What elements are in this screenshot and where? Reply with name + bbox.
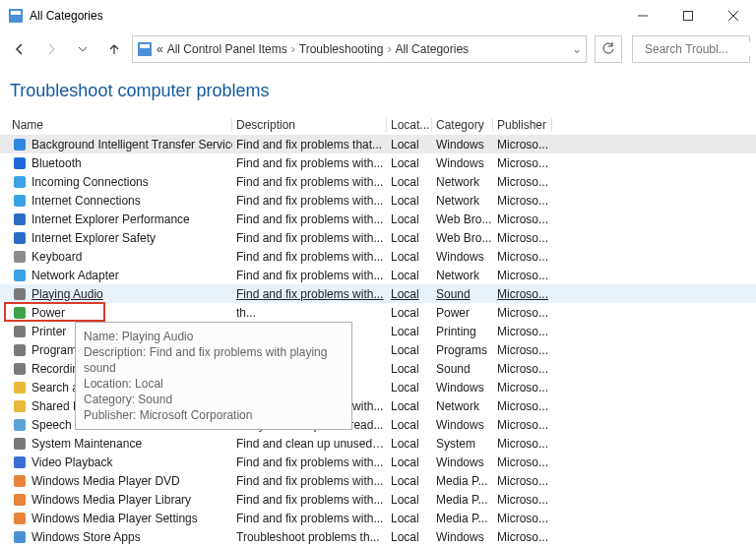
svg-rect-13 — [14, 195, 26, 207]
row-location: Local — [387, 231, 432, 245]
column-category[interactable]: Category — [432, 118, 493, 132]
table-row[interactable]: Background Intelligent Transfer ServiceF… — [0, 135, 756, 153]
row-name: Speech — [32, 418, 72, 432]
svg-rect-20 — [14, 326, 26, 337]
troubleshooter-icon — [12, 417, 28, 433]
row-category: Network — [432, 194, 493, 208]
row-name: Windows Media Player Settings — [32, 512, 198, 525]
table-row[interactable]: Incoming ConnectionsFind and fix problem… — [0, 172, 756, 191]
row-location: Local — [387, 362, 432, 376]
up-button[interactable] — [100, 35, 128, 63]
svg-rect-31 — [14, 531, 26, 543]
troubleshooter-icon — [12, 342, 28, 358]
svg-rect-22 — [14, 363, 26, 375]
table-row[interactable]: Playing AudioFind and fix problems with.… — [0, 284, 756, 303]
row-description: Find and fix problems with... — [232, 455, 387, 469]
row-publisher: Microso... — [493, 418, 552, 432]
column-location[interactable]: Locat... — [387, 118, 432, 132]
row-category: Network — [432, 399, 493, 413]
row-category: Programs — [432, 343, 493, 357]
table-row[interactable]: Network AdapterFind and fix problems wit… — [0, 266, 756, 284]
svg-rect-23 — [14, 382, 26, 394]
close-button[interactable] — [711, 0, 756, 31]
table-row[interactable]: Video PlaybackFind and fix problems with… — [0, 453, 756, 471]
chevron-down-icon[interactable]: ⌄ — [572, 42, 582, 56]
troubleshooter-icon — [12, 455, 28, 470]
maximize-button[interactable] — [665, 0, 711, 31]
row-description: Find and fix problems with... — [232, 512, 387, 525]
column-publisher[interactable]: Publisher — [493, 118, 552, 132]
column-description[interactable]: Description — [232, 118, 387, 132]
troubleshooter-icon — [12, 492, 28, 508]
search-box[interactable] — [632, 35, 750, 63]
row-publisher: Microso... — [493, 175, 552, 189]
row-location: Local — [387, 418, 432, 432]
table-row[interactable]: Windows Media Player DVDFind and fix pro… — [0, 471, 756, 490]
row-location: Local — [387, 437, 432, 451]
row-name: Internet Explorer Safety — [32, 231, 156, 245]
row-publisher: Microso... — [493, 231, 552, 245]
forward-button[interactable] — [37, 35, 65, 63]
troubleshooter-icon — [12, 529, 28, 545]
row-name: Incoming Connections — [32, 175, 149, 189]
svg-rect-21 — [14, 344, 26, 356]
back-button[interactable] — [6, 35, 33, 63]
row-name: Network Adapter — [32, 269, 119, 282]
tooltip-line: Location: Local — [84, 376, 344, 392]
breadcrumb-item[interactable]: Troubleshooting — [299, 42, 384, 56]
row-name: System Maintenance — [32, 437, 142, 451]
table-row[interactable]: Internet Explorer PerformanceFind and fi… — [0, 210, 756, 228]
row-category: Windows — [432, 156, 493, 170]
refresh-button[interactable] — [595, 35, 622, 63]
row-description: Find and fix problems with... — [232, 212, 387, 226]
recent-dropdown[interactable] — [69, 35, 96, 63]
svg-rect-12 — [14, 176, 26, 188]
minimize-button[interactable] — [620, 0, 665, 31]
row-publisher: Microso... — [493, 306, 552, 320]
troubleshooter-icon — [12, 436, 28, 452]
row-publisher: Microso... — [493, 269, 552, 282]
control-panel-icon — [137, 41, 153, 57]
table-row[interactable]: System MaintenanceFind and clean up unus… — [0, 434, 756, 453]
row-name: Windows Store Apps — [32, 530, 141, 544]
row-location: Local — [387, 381, 432, 394]
breadcrumb[interactable]: « All Control Panel Items › Troubleshoot… — [132, 35, 587, 63]
row-publisher: Microso... — [493, 194, 552, 208]
row-publisher: Microso... — [493, 437, 552, 451]
troubleshooter-icon — [12, 137, 28, 152]
row-location: Local — [387, 212, 432, 226]
row-publisher: Microso... — [493, 474, 552, 488]
table-row[interactable]: Windows Media Player SettingsFind and fi… — [0, 509, 756, 527]
table-row[interactable]: Windows Store AppsTroubleshoot problems … — [0, 527, 756, 546]
row-location: Local — [387, 156, 432, 170]
row-name: Power — [32, 306, 65, 320]
row-description: Find and fix problems with... — [232, 474, 387, 488]
row-description: Find and fix problems with... — [232, 156, 387, 170]
column-name[interactable]: Name — [8, 118, 232, 132]
search-input[interactable] — [645, 42, 756, 56]
table-row[interactable]: Windows Media Player LibraryFind and fix… — [0, 490, 756, 509]
row-name: Background Intelligent Transfer Service — [32, 138, 232, 152]
row-description: Find and clean up unused f... — [232, 437, 387, 451]
troubleshooter-table: Name Description Locat... Category Publi… — [0, 115, 756, 546]
row-category: Sound — [432, 362, 493, 376]
svg-rect-29 — [14, 494, 26, 506]
row-name: Keyboard — [32, 250, 82, 264]
nav-row: « All Control Panel Items › Troubleshoot… — [0, 31, 756, 67]
svg-rect-11 — [14, 157, 26, 169]
row-category: Media P... — [432, 474, 493, 488]
svg-rect-19 — [14, 307, 26, 319]
row-category: Media P... — [432, 493, 493, 507]
table-row[interactable]: KeyboardFind and fix problems with...Loc… — [0, 247, 756, 266]
table-row[interactable]: Internet Explorer SafetyFind and fix pro… — [0, 228, 756, 247]
table-row[interactable]: Internet ConnectionsFind and fix problem… — [0, 191, 756, 210]
table-row[interactable]: BluetoothFind and fix problems with...Lo… — [0, 153, 756, 172]
chevron-right-icon: › — [291, 42, 295, 56]
tooltip: Name: Playing Audio Description: Find an… — [75, 322, 352, 430]
row-name: Windows Media Player Library — [32, 493, 191, 507]
breadcrumb-item[interactable]: All Control Panel Items — [167, 42, 287, 56]
table-row[interactable]: Powerth...LocalPowerMicroso... — [0, 303, 756, 322]
row-category: Media P... — [432, 512, 493, 525]
breadcrumb-item[interactable]: All Categories — [395, 42, 469, 56]
row-publisher: Microso... — [493, 493, 552, 507]
